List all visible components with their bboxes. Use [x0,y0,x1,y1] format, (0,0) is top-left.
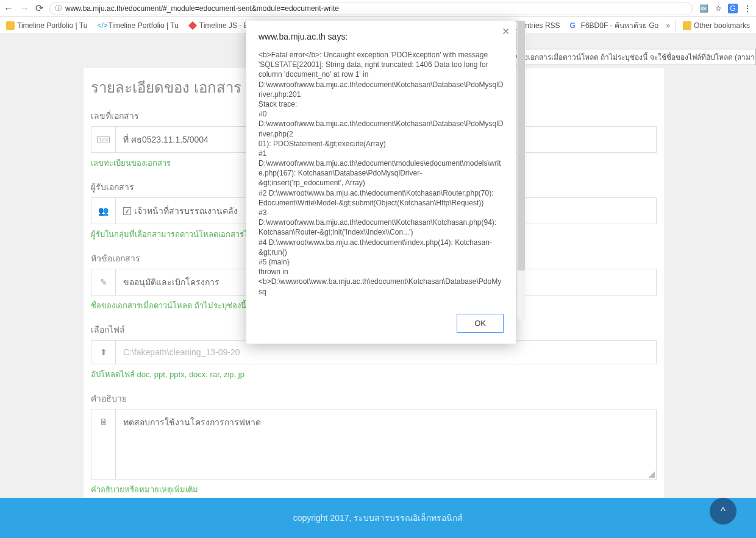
footer: copyright 2017, ระบบสารบรรณอิเล็กทรอนิกส… [0,498,756,538]
docno-icon: 123 [91,126,115,153]
site-info-icon[interactable]: ⓘ [55,4,62,13]
resize-grip-icon[interactable] [649,472,655,478]
receiver-icon: 👥 [91,197,115,224]
bookmark-icon [188,21,197,30]
error-line: Stack trace: [259,99,504,109]
folder-icon [683,21,691,30]
bookmark-icon: G [570,21,579,30]
error-line: <b>Fatal error</b>: Uncaught exception '… [259,50,504,99]
bookmark-item[interactable]: Timeline JS - B [186,20,251,31]
error-line: #4 D:\wwwroot\www.ba.mju.ac.th\edocument… [259,238,504,257]
bookmark-item[interactable]: GF6BD0F - ค้นหาด้วย Go [568,18,661,32]
file-text-icon: 🗎 [91,409,115,480]
error-line: #0 D:\wwwroot\www.ba.mju.ac.th\edocument… [259,109,504,139]
desc-textarea[interactable]: ทดสอบการใช้งานโครงการการฟหาด [115,409,657,480]
checkbox[interactable]: ✓ [123,207,131,215]
alert-dialog: ✕ www.ba.mju.ac.th says: <b>Fatal error<… [246,21,516,344]
upload-icon[interactable]: ⬆ [91,340,115,364]
bookmark-item[interactable]: Timeline Portfolio | Tu [4,20,90,31]
star-icon[interactable]: ☆ [713,4,723,13]
error-line: thrown in <b>D:\wwwroot\www.ba.mju.ac.th… [259,267,504,297]
desc-label: คำอธิบาย [91,392,657,405]
back-icon[interactable]: ← [4,3,13,14]
bookmark-item[interactable]: </>Timeline Portfolio | Tu [94,20,180,31]
bookmarks-overflow[interactable]: » [666,21,670,30]
footer-text: copyright 2017, ระบบสารบรรณอิเล็กทรอนิกส… [293,511,463,525]
forward-icon[interactable]: → [20,3,29,14]
browser-toolbar: ← → ⟳ ⓘ www.ba.mju.ac.th/edocument/#_mod… [0,0,756,17]
other-bookmarks[interactable]: Other bookmarks [680,20,752,31]
error-line: 01): PDOStatement-&gt;execute(Array) [259,139,504,149]
address-bar[interactable]: ⓘ www.ba.mju.ac.th/edocument/#_module=ed… [49,2,693,15]
scrollbar-thumb[interactable] [518,21,525,271]
menu-icon[interactable]: ⋮ [743,4,752,13]
url-text: www.ba.mju.ac.th/edocument/#_module=edoc… [65,4,339,13]
pencil-icon: ✎ [91,269,115,296]
file-input[interactable]: C:\fakepath\cleaning_13-09-20 [115,340,657,364]
reload-icon[interactable]: ⟳ [35,2,43,14]
scroll-top-button[interactable]: ^ [710,498,736,525]
error-line: #2 D:\wwwroot\www.ba.mju.ac.th\edocument… [259,188,504,208]
browser-right-icons: 🔤 ☆ G ⋮ [699,4,752,13]
desc-hint: คำอธิบายหรือหมายเหตุเพิ่มเติม [91,483,657,496]
bookmark-icon [6,21,15,30]
tooltip: ชื่อของเอกสารเมื่อดาวน์โหลด ถ้าไม่ระบุช่… [502,49,756,65]
close-icon[interactable]: ✕ [502,26,510,37]
dialog-title: www.ba.mju.ac.th says: [259,32,504,41]
dialog-message: <b>Fatal error</b>: Uncaught exception '… [259,50,504,297]
bookmark-icon: </> [97,21,105,30]
error-line: #1 D:\wwwroot\www.ba.mju.ac.th\edocument… [259,149,504,188]
ok-button[interactable]: OK [457,314,504,333]
file-hint: อัปโหลดไฟล์ doc, ppt, pptx, docx, rar, z… [91,368,657,381]
extension-icon[interactable]: G [728,4,738,13]
error-line: #3 D:\wwwroot\www.ba.mju.ac.th\edocument… [259,208,504,238]
error-line: #5 {main} [259,257,504,267]
translate-icon[interactable]: 🔤 [699,4,708,13]
